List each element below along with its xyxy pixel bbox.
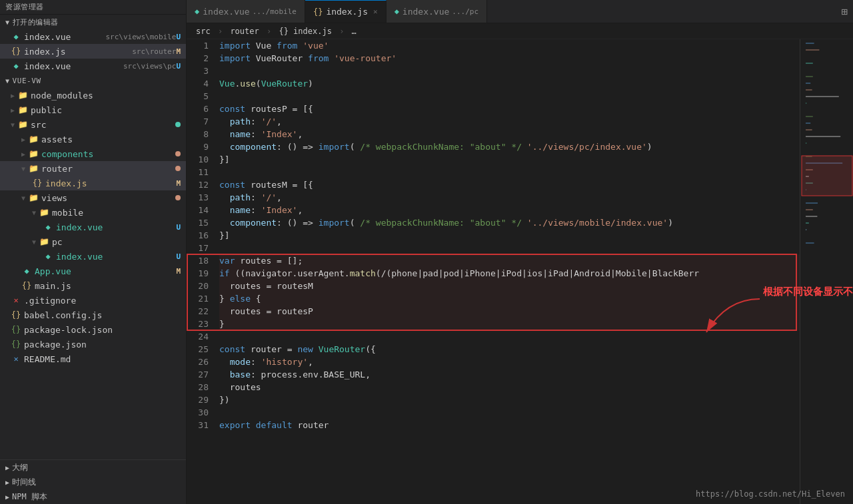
code-line: import Vue from 'vue' [219, 39, 800, 52]
open-editors-section[interactable]: ▼ 打开的编辑器 [0, 15, 186, 29]
editor-area: ◆ index.vue .../mobile {} index.js ✕ ◆ i… [187, 0, 853, 504]
tree-app-vue[interactable]: ◆ App.vue M [0, 264, 186, 278]
code-content[interactable]: import Vue from 'vue'import VueRouter fr… [217, 39, 800, 504]
folder-icon-components: 📁 [28, 149, 39, 158]
sidebar-bottom: ▶ 大纲 ▶ 时间线 ▶ NPM 脚本 [0, 459, 186, 504]
open-editor-item[interactable]: ◆ index.vue src\views\mobile U [0, 29, 186, 44]
open-editors-chevron: ▼ [5, 19, 10, 26]
code-line: routes = routesP [219, 305, 800, 318]
json-icon-lock: {} [11, 325, 21, 334]
tree-router[interactable]: ▼ 📁 router [0, 161, 186, 176]
tree-router-index[interactable]: {} index.js M [0, 176, 186, 190]
tree-assets[interactable]: ▶ 📁 assets [0, 132, 186, 146]
code-line: if ((navigator.userAgent.match(/(phone|p… [219, 267, 800, 280]
open-editor-item-pc[interactable]: ◆ index.vue src\views\pc U [0, 59, 186, 73]
folder-icon: 📁 [17, 91, 28, 100]
project-section[interactable]: ▼ VUE-VW [0, 73, 186, 88]
tab-close-button[interactable]: ✕ [373, 7, 378, 16]
js-icon-main: {} [21, 281, 32, 290]
code-line: base: process.env.BASE_URL, [219, 368, 800, 381]
sidebar-header: 资源管理器 [0, 0, 186, 15]
code-line: var routes = []; [219, 254, 800, 267]
js-file-icon: {} [11, 47, 21, 56]
code-line: const routesP = [{ [219, 103, 800, 115]
tab-vue-icon-mobile: ◆ [195, 7, 199, 16]
code-line: routes [219, 381, 800, 393]
code-line: }] [219, 153, 800, 166]
folder-icon-mobile: 📁 [39, 208, 49, 217]
code-line: import VueRouter from 'vue-router' [219, 52, 800, 65]
bc-router[interactable]: router [230, 27, 259, 36]
tree-components[interactable]: ▶ 📁 components [0, 146, 186, 161]
code-line: }) [219, 393, 800, 406]
tree-pc[interactable]: ▼ 📁 pc [0, 234, 186, 249]
outline-section[interactable]: ▶ 大纲 [0, 460, 186, 475]
bc-src[interactable]: src [196, 27, 211, 36]
tree-public[interactable]: ▶ 📁 public [0, 103, 186, 117]
code-line: path: '/', [219, 115, 800, 128]
vue-icon-app: ◆ [21, 266, 32, 276]
tree-gitignore[interactable]: ✕ .gitignore [0, 293, 186, 308]
tree-pc-index[interactable]: ◆ index.vue U [0, 249, 186, 264]
minimap [800, 39, 853, 504]
tree-package[interactable]: {} package.json [0, 337, 186, 352]
tabs-bar: ◆ index.vue .../mobile {} index.js ✕ ◆ i… [187, 0, 853, 23]
code-line: Vue.use(VueRouter) [219, 77, 800, 90]
tree-node-modules[interactable]: ▶ 📁 node_modules [0, 88, 186, 103]
tree-main-js[interactable]: {} main.js [0, 278, 186, 293]
folder-icon-src: 📁 [17, 120, 28, 129]
code-line: path: '/', [219, 191, 800, 204]
npm-section[interactable]: ▶ NPM 脚本 [0, 489, 186, 504]
line-numbers: 1234567891011121314151617181920212223242… [187, 39, 217, 504]
code-line: mode: 'history', [219, 356, 800, 368]
js-icon-router: {} [32, 178, 43, 188]
vue-file-icon: ◆ [11, 32, 21, 41]
code-line: component: () => import( /* webpackChunk… [219, 140, 800, 153]
sidebar: 资源管理器 ▼ 打开的编辑器 ◆ index.vue src\views\mob… [0, 0, 187, 504]
tab-toolbar-split[interactable]: ⊞ [841, 0, 853, 23]
tree-src[interactable]: ▼ 📁 src [0, 117, 186, 132]
bc-ellipsis[interactable]: … [352, 27, 357, 36]
folder-icon-router: 📁 [28, 164, 39, 173]
code-line: component: () => import( /* webpackChunk… [219, 216, 800, 229]
code-line: } [219, 318, 800, 330]
code-line [219, 330, 800, 343]
folder-icon-assets: 📁 [28, 134, 39, 144]
code-line [219, 242, 800, 254]
open-editor-item-active[interactable]: {} index.js src\router M [0, 44, 186, 59]
md-icon: ✕ [11, 354, 21, 364]
tab-index-vue-pc[interactable]: ◆ index.vue .../pc [387, 0, 487, 23]
tab-index-js[interactable]: {} index.js ✕ [305, 0, 387, 23]
folder-icon-public: 📁 [17, 105, 28, 115]
js-icon-babel: {} [11, 310, 21, 320]
bc-indexjs[interactable]: {} index.js [279, 27, 331, 36]
breadcrumb: src › router › {} index.js › … [187, 23, 853, 39]
tree-package-lock[interactable]: {} package-lock.json [0, 322, 186, 337]
vue-icon-mobile: ◆ [43, 222, 53, 232]
code-line: name: 'Index', [219, 128, 800, 140]
footer-link: https://blog.csdn.net/Hi_Eleven [696, 489, 845, 499]
code-line: }] [219, 229, 800, 242]
folder-icon-pc: 📁 [39, 237, 49, 246]
code-line: const router = new VueRouter({ [219, 343, 800, 356]
tab-js-icon: {} [313, 7, 323, 17]
code-line [219, 65, 800, 77]
tree-views[interactable]: ▼ 📁 views [0, 190, 186, 205]
tree-babel[interactable]: {} babel.config.js [0, 308, 186, 322]
tab-index-vue-mobile[interactable]: ◆ index.vue .../mobile [187, 0, 305, 23]
folder-icon-views: 📁 [28, 193, 39, 202]
tree-mobile[interactable]: ▼ 📁 mobile [0, 205, 186, 220]
code-editor[interactable]: 1234567891011121314151617181920212223242… [187, 39, 800, 504]
git-icon: ✕ [11, 296, 21, 305]
code-line: } else { [219, 292, 800, 305]
vue-file-icon-pc: ◆ [11, 61, 21, 71]
code-line: routes = routesM [219, 280, 800, 292]
code-line [219, 166, 800, 178]
timeline-section[interactable]: ▶ 时间线 [0, 475, 186, 489]
code-line: name: 'Index', [219, 204, 800, 216]
project-chevron: ▼ [5, 77, 10, 85]
code-line: const routesM = [{ [219, 178, 800, 191]
tree-mobile-index[interactable]: ◆ index.vue U [0, 220, 186, 234]
tree-readme[interactable]: ✕ README.md [0, 352, 186, 366]
json-icon-pkg: {} [11, 340, 21, 349]
